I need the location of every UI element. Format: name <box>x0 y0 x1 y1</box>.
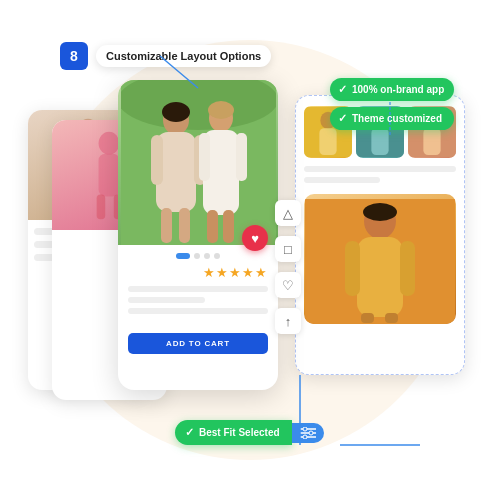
card-main: ♥ ★★★★★ ADD TO CART <box>118 80 278 390</box>
toolbar: △ □ ♡ ↑ <box>275 200 301 334</box>
text-line <box>128 308 268 314</box>
svg-rect-27 <box>207 210 218 243</box>
svg-rect-18 <box>151 135 163 185</box>
carousel-dots <box>118 253 278 259</box>
svg-rect-38 <box>423 128 440 155</box>
svg-rect-35 <box>371 128 388 155</box>
svg-rect-43 <box>400 241 415 296</box>
svg-point-10 <box>99 131 120 154</box>
svg-rect-12 <box>97 194 106 219</box>
svg-rect-41 <box>357 237 403 317</box>
badge-label: Customizable Layout Options <box>96 45 271 67</box>
best-fit-text: Best Fit Selected <box>199 427 280 438</box>
badge-number: 8 <box>60 42 88 70</box>
pill-bottom: ✓ Best Fit Selected <box>175 420 324 445</box>
right-big-image <box>304 194 456 324</box>
svg-point-52 <box>303 435 307 439</box>
svg-rect-32 <box>319 128 336 155</box>
pill-theme-text: Theme customized <box>352 113 442 124</box>
resize-icon[interactable]: △ <box>275 200 301 226</box>
text-line-short <box>128 297 205 303</box>
card-right <box>295 95 465 375</box>
text-line <box>128 286 268 292</box>
check-icon-bottom: ✓ <box>185 426 194 439</box>
svg-point-51 <box>309 431 313 435</box>
svg-point-50 <box>303 427 307 431</box>
svg-point-29 <box>208 101 234 119</box>
heart-tool-icon[interactable]: ♡ <box>275 272 301 298</box>
r-line <box>304 166 456 172</box>
svg-point-22 <box>162 102 190 122</box>
scene: ♡ <box>0 0 500 500</box>
check-icon: ✓ <box>338 83 347 96</box>
best-fit-pill: ✓ Best Fit Selected <box>175 420 292 445</box>
svg-rect-11 <box>99 153 120 196</box>
svg-rect-45 <box>385 313 398 323</box>
filter-icon-button[interactable] <box>292 423 324 443</box>
hero-figures <box>121 80 276 245</box>
svg-rect-28 <box>223 210 234 243</box>
dot <box>194 253 200 259</box>
copy-icon[interactable]: □ <box>275 236 301 262</box>
right-big-figure <box>304 199 456 324</box>
svg-rect-25 <box>199 133 210 181</box>
dot <box>214 253 220 259</box>
svg-rect-44 <box>361 313 374 323</box>
upload-icon[interactable]: ↑ <box>275 308 301 334</box>
pills-right: ✓ 100% on-brand app ✓ Theme customized <box>330 78 454 130</box>
pill-theme: ✓ Theme customized <box>330 107 454 130</box>
star-rating: ★★★★★ <box>118 265 278 280</box>
right-card-lines <box>296 164 464 190</box>
pill-brand: ✓ 100% on-brand app <box>330 78 454 101</box>
svg-rect-26 <box>236 133 247 181</box>
pill-brand-text: 100% on-brand app <box>352 84 444 95</box>
svg-rect-20 <box>161 208 172 243</box>
badge-top: 8 Customizable Layout Options <box>60 42 271 70</box>
main-hero-image <box>118 80 278 245</box>
svg-point-46 <box>363 203 397 221</box>
r-line-short <box>304 177 380 183</box>
filter-icon <box>300 427 316 439</box>
add-to-cart-button[interactable]: ADD TO CART <box>128 333 268 354</box>
heart-button[interactable]: ♥ <box>242 225 268 251</box>
text-lines <box>118 280 278 325</box>
check-icon: ✓ <box>338 112 347 125</box>
svg-rect-42 <box>345 241 360 296</box>
dot-active <box>176 253 190 259</box>
svg-rect-21 <box>179 208 190 243</box>
dot <box>204 253 210 259</box>
